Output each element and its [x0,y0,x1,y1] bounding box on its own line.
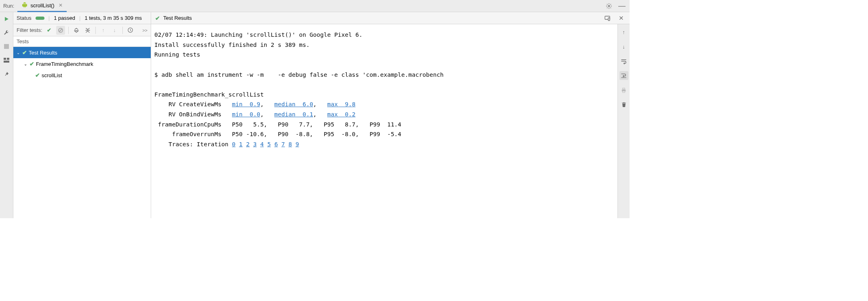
check-icon: ✔ [155,15,160,21]
metric-link[interactable]: min 0.0 [232,111,260,118]
chevron-down-icon: ⌄ [16,51,21,55]
console-toolbar: ↑ ↓ [617,24,630,218]
pin-icon[interactable] [2,69,11,78]
metric-link[interactable]: median 6.0 [274,101,313,107]
svg-rect-14 [623,91,625,93]
test-tree[interactable]: ⌄ ✔ Test Results ⌄ ✔ FrameTimingBenchmar… [13,47,151,218]
print-icon[interactable] [619,86,628,95]
passed-count: 1 passed [54,15,75,21]
trace-link[interactable]: 9 [295,141,299,147]
svg-rect-11 [608,18,610,21]
collapse-all-icon[interactable] [83,26,92,35]
more-icon[interactable]: >> [142,28,147,33]
console-output[interactable]: 02/07 12:14:49: Launching 'scrollList()'… [151,24,617,218]
results-panel: ✔ Test Results ✕ 02/07 12:14:49: Launchi… [151,12,630,218]
filter-label: Filter tests: [17,27,42,33]
check-icon: ✔ [29,61,34,67]
tree-test-label: scrollList [42,72,62,78]
svg-point-1 [25,3,26,3]
trace-link[interactable]: 5 [267,141,271,147]
trace-link[interactable]: 0 [232,141,236,147]
title-bar: Run: scrollList() ✕ — [0,0,630,12]
trace-link[interactable]: 1 [239,141,243,147]
tree-root[interactable]: ⌄ ✔ Test Results [13,47,151,58]
test-panel: Status | 1 passed | 1 tests, 3 m 35 s 30… [13,12,151,218]
close-tab-icon[interactable]: ✕ [59,2,63,8]
tree-test[interactable]: ✔ scrollList [13,69,151,81]
tree-class-label: FrameTimingBenchmark [36,61,93,67]
tree-class[interactable]: ⌄ ✔ FrameTimingBenchmark [13,58,151,69]
filter-row: Filter tests: ✔ ↑ ↓ >> [13,24,151,36]
scroll-up-icon[interactable]: ↑ [619,27,628,36]
metric-link[interactable]: min 0.9 [232,101,260,107]
tests-header: Tests [13,36,151,47]
run-label: Run: [3,3,14,9]
test-summary: 1 tests, 3 m 35 s 309 ms [84,15,142,21]
status-row: Status | 1 passed | 1 tests, 3 m 35 s 30… [13,12,151,24]
close-panel-icon[interactable]: ✕ [617,14,626,23]
run-config-tab[interactable]: scrollList() ✕ [17,0,66,12]
check-icon: ✔ [35,72,40,78]
soft-wrap-icon[interactable] [619,57,628,65]
trace-link[interactable]: 8 [289,141,292,147]
status-label: Status [17,15,32,21]
trace-link[interactable]: 3 [253,141,257,147]
results-header: ✔ Test Results ✕ [151,12,630,24]
tab-label: scrollList() [30,2,54,8]
rerun-icon[interactable] [2,15,11,23]
device-icon[interactable] [603,14,612,23]
show-passed-icon[interactable]: ✔ [45,26,54,35]
tree-root-label: Test Results [29,50,57,56]
minimize-icon[interactable]: — [617,2,626,11]
trace-link[interactable]: 7 [281,141,285,147]
prev-failed-icon[interactable]: ↑ [99,26,108,35]
settings-icon[interactable] [605,2,613,11]
scroll-down-icon[interactable]: ↓ [619,42,628,51]
svg-rect-5 [7,58,9,60]
delete-icon[interactable] [619,100,628,109]
trace-link[interactable]: 6 [274,141,278,147]
svg-rect-6 [4,61,9,63]
wrench-icon[interactable] [2,28,11,37]
left-toolbar [0,12,13,218]
metric-link[interactable]: max 9.8 [327,101,356,107]
history-icon[interactable] [126,26,135,35]
scroll-to-end-icon[interactable] [619,71,628,80]
metric-link[interactable]: max 0.2 [327,111,356,118]
check-icon: ✔ [22,49,27,56]
status-pill-icon [36,17,44,20]
svg-line-8 [59,29,62,32]
trace-link[interactable]: 2 [246,141,250,147]
layout-icon[interactable] [2,56,11,65]
chevron-down-icon: ⌄ [23,62,28,66]
svg-point-0 [24,3,24,3]
expand-all-icon[interactable] [72,26,81,35]
svg-point-2 [608,5,610,7]
android-icon [21,2,28,9]
results-title: Test Results [163,15,192,21]
svg-rect-13 [623,88,625,89]
stop-icon[interactable] [2,42,11,51]
svg-rect-3 [4,44,9,49]
show-ignored-icon[interactable] [56,26,65,35]
next-failed-icon[interactable]: ↓ [110,26,119,35]
svg-rect-4 [4,58,6,60]
metric-link[interactable]: median 0.1 [274,111,313,118]
trace-link[interactable]: 4 [260,141,264,147]
